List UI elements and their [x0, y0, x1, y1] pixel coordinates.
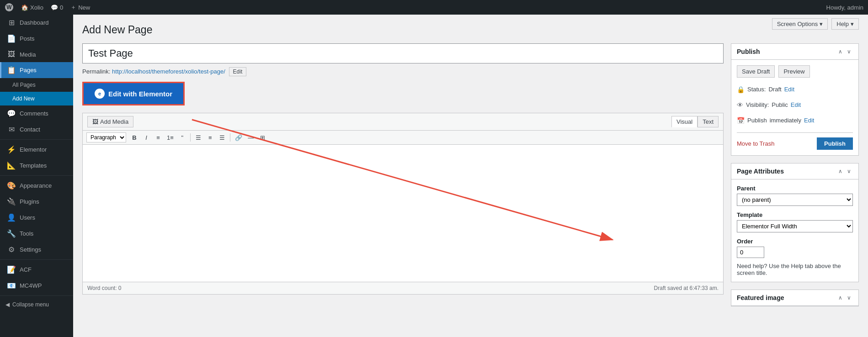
publish-meta: 🔒 Status: Draft Edit 👁 Visibility: Publi…: [737, 83, 853, 127]
right-sidebar-panels: Publish ∧ ∨ Save Draft Preview 🔒 Stat: [731, 43, 859, 314]
settings-icon: ⚙: [7, 245, 16, 254]
sidebar-item-label: Plugins: [20, 198, 39, 205]
add-media-label: Add Media: [100, 118, 128, 125]
new-item[interactable]: ＋ New: [70, 3, 90, 11]
sidebar-item-all-pages[interactable]: All Pages: [0, 78, 73, 92]
site-name-item[interactable]: 🏠 Xolio: [21, 4, 43, 11]
sidebar-collapse[interactable]: ◀ Collapse menu: [0, 298, 73, 311]
comments-item[interactable]: 💬 0: [51, 4, 63, 11]
more-button[interactable]: —: [245, 133, 256, 142]
publish-button[interactable]: Publish: [817, 137, 853, 150]
howdy-text: Howdy, admin: [826, 4, 863, 11]
editor-area: Permalink: http://localhost/themeforest/…: [82, 43, 724, 295]
order-input[interactable]: [737, 247, 764, 258]
sidebar-item-users[interactable]: 👤 Users: [0, 210, 73, 226]
screen-options-label: Screen Options: [777, 21, 818, 27]
elementor-icon: ⚡: [7, 145, 16, 154]
contact-icon: ✉: [7, 125, 16, 134]
editor-content[interactable]: [83, 145, 723, 282]
paragraph-select[interactable]: Paragraph: [86, 132, 126, 142]
visibility-edit-link[interactable]: Edit: [791, 99, 801, 111]
parent-label: Parent: [737, 185, 853, 192]
chevron-down-icon: ▾: [851, 21, 854, 27]
align-left-button[interactable]: ☰: [193, 133, 204, 142]
sidebar-item-plugins[interactable]: 🔌 Plugins: [0, 194, 73, 210]
sidebar-item-tools[interactable]: 🔧 Tools: [0, 226, 73, 242]
permalink-url[interactable]: http://localhost/themeforest/xolio/test-…: [112, 68, 225, 75]
featured-image-collapse-up[interactable]: ∧: [836, 294, 844, 302]
bold-button[interactable]: B: [129, 133, 140, 142]
sidebar-item-media[interactable]: 🖼 Media: [0, 47, 73, 62]
blockquote-button[interactable]: ": [177, 133, 188, 142]
edit-permalink-button[interactable]: Edit: [229, 67, 247, 76]
publish-panel-header: Publish ∧ ∨: [731, 44, 858, 60]
preview-button[interactable]: Preview: [778, 65, 809, 78]
unordered-list-button[interactable]: ≡: [153, 133, 164, 142]
align-right-button[interactable]: ☰: [217, 133, 228, 142]
chevron-down-icon: ▾: [820, 21, 823, 27]
dashboard-icon: ⊞: [7, 18, 16, 27]
sidebar-item-label: Posts: [20, 35, 35, 42]
align-center-button[interactable]: ≡: [205, 133, 216, 142]
sidebar-item-acf[interactable]: 📝 ACF: [0, 262, 73, 278]
sidebar-item-settings[interactable]: ⚙ Settings: [0, 242, 73, 258]
sidebar-item-contact[interactable]: ✉ Contact: [0, 121, 73, 137]
status-edit-link[interactable]: Edit: [784, 84, 794, 95]
sidebar-item-label: Settings: [20, 246, 41, 253]
new-label: New: [78, 4, 90, 11]
publish-collapse-down[interactable]: ∨: [845, 47, 853, 56]
visibility-icon: 👁: [737, 99, 743, 111]
sidebar-item-templates[interactable]: 📐 Templates: [0, 158, 73, 174]
parent-select[interactable]: (no parent): [737, 194, 853, 206]
sidebar-item-dashboard[interactable]: ⊞ Dashboard: [0, 15, 73, 31]
publish-time-edit-link[interactable]: Edit: [804, 115, 814, 126]
posts-icon: 📄: [7, 34, 16, 43]
page-title-input[interactable]: [82, 43, 724, 63]
page-attr-collapse-down[interactable]: ∨: [845, 167, 853, 175]
screen-options-button[interactable]: Screen Options ▾: [772, 18, 828, 30]
permalink-bar: Permalink: http://localhost/themeforest/…: [82, 67, 724, 76]
page-attributes-header: Page Attributes ∧ ∨: [731, 163, 858, 179]
sidebar-item-pages[interactable]: 📋 Pages: [0, 62, 73, 78]
wp-logo-item[interactable]: W: [5, 3, 14, 12]
publish-collapse-up[interactable]: ∧: [836, 47, 844, 56]
sidebar-item-comments[interactable]: 💬 Comments: [0, 105, 73, 121]
page-attributes-panel: Page Attributes ∧ ∨ Parent (no parent) T…: [731, 163, 859, 282]
edit-with-elementor-button[interactable]: e Edit with Elementor: [82, 82, 185, 105]
toolbar-divider-2: [230, 133, 230, 142]
table-button[interactable]: ⊞: [257, 133, 268, 142]
template-select[interactable]: Elementor Full Width Default Template El…: [737, 220, 853, 232]
add-media-button[interactable]: 🖼 Add Media: [87, 116, 133, 127]
text-tab-button[interactable]: Text: [698, 116, 719, 127]
collapse-label: Collapse menu: [12, 301, 49, 308]
howdy-item[interactable]: Howdy, admin: [826, 4, 863, 11]
status-row: 🔒 Status: Draft Edit: [737, 83, 853, 96]
sidebar-item-label: Dashboard: [20, 19, 49, 26]
visibility-row: 👁 Visibility: Public Edit: [737, 99, 853, 111]
featured-image-collapse-down[interactable]: ∨: [845, 294, 853, 302]
sidebar-item-label: Elementor: [20, 146, 47, 153]
sidebar-item-elementor[interactable]: ⚡ Elementor: [0, 142, 73, 158]
plugins-icon: 🔌: [7, 197, 16, 206]
ordered-list-button[interactable]: 1≡: [165, 133, 176, 142]
page-attr-collapse-up[interactable]: ∧: [836, 167, 844, 175]
help-button[interactable]: Help ▾: [831, 18, 859, 30]
italic-button[interactable]: I: [141, 133, 152, 142]
sidebar-item-appearance[interactable]: 🎨 Appearance: [0, 178, 73, 194]
sidebar-item-label: MC4WP: [20, 282, 42, 289]
save-draft-button[interactable]: Save Draft: [737, 65, 775, 78]
publish-panel-chevrons: ∧ ∨: [836, 47, 853, 56]
visual-tab-button[interactable]: Visual: [671, 116, 698, 127]
sidebar-item-mc4wp[interactable]: 📧 MC4WP: [0, 278, 73, 294]
page-attributes-body: Parent (no parent) Template Elementor Fu…: [731, 179, 858, 282]
link-button[interactable]: 🔗: [233, 133, 245, 142]
sidebar-item-add-new[interactable]: Add New: [0, 92, 73, 105]
comments-icon: 💬: [51, 4, 58, 11]
publish-panel-body: Save Draft Preview 🔒 Status: Draft Edit …: [731, 60, 858, 155]
move-to-trash-button[interactable]: Move to Trash: [737, 140, 774, 147]
publish-top-actions: Save Draft Preview: [737, 65, 853, 78]
sidebar-item-label: ACF: [20, 266, 32, 273]
sidebar-item-posts[interactable]: 📄 Posts: [0, 31, 73, 47]
templates-icon: 📐: [7, 161, 16, 170]
sidebar-item-label: Comments: [20, 110, 48, 117]
